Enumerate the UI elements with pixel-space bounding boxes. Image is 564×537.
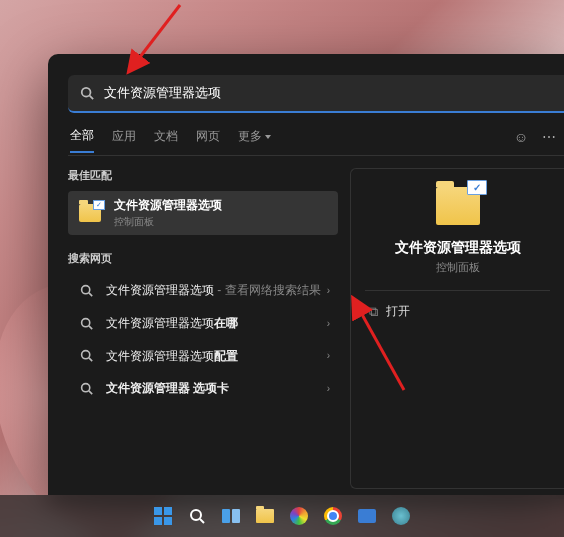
taskbar-app[interactable]	[387, 502, 415, 530]
search-icon	[76, 317, 96, 330]
svg-point-0	[82, 88, 91, 97]
preview-subtitle: 控制面板	[351, 260, 564, 275]
svg-point-4	[81, 318, 89, 326]
chevron-right-icon: ›	[327, 285, 330, 296]
windows-icon	[154, 507, 172, 525]
explorer-button[interactable]	[251, 502, 279, 530]
web-result-main: 文件资源管理器选项	[106, 283, 214, 297]
taskbar-app[interactable]	[353, 502, 381, 530]
search-web-heading: 搜索网页	[68, 251, 338, 266]
svg-rect-18	[222, 509, 230, 523]
filter-tabs: 全部 应用 文档 网页 更多 ☺ ⋯	[68, 125, 564, 156]
open-external-icon: ⧉	[369, 304, 378, 320]
web-result-main: 文件资源管理器选项	[106, 349, 214, 363]
start-button[interactable]	[149, 502, 177, 530]
search-icon	[80, 86, 94, 100]
best-match-result[interactable]: ✓ 文件资源管理器选项 控制面板	[68, 191, 338, 235]
svg-point-6	[81, 351, 89, 359]
folder-options-icon: ✓	[76, 199, 104, 227]
search-icon	[76, 349, 96, 362]
search-button[interactable]	[183, 502, 211, 530]
search-icon	[76, 382, 96, 395]
web-result[interactable]: 文件资源管理器选项配置 ›	[68, 340, 338, 373]
taskview-icon	[222, 509, 240, 523]
tab-docs[interactable]: 文档	[154, 128, 178, 152]
best-match-heading: 最佳匹配	[68, 168, 338, 183]
svg-rect-13	[164, 507, 172, 515]
search-panel: 全部 应用 文档 网页 更多 ☺ ⋯ 最佳匹配 ✓ 文件资源管理器选项 控制面板	[48, 54, 564, 499]
chevron-right-icon: ›	[327, 383, 330, 394]
web-result-suffix: - 查看网络搜索结果	[214, 283, 321, 297]
open-action[interactable]: ⧉ 打开	[369, 303, 564, 320]
chevron-right-icon: ›	[327, 350, 330, 361]
chrome-icon	[324, 507, 342, 525]
svg-line-5	[88, 326, 91, 329]
chevron-right-icon: ›	[327, 318, 330, 329]
svg-rect-14	[154, 517, 162, 525]
divider	[365, 290, 550, 291]
svg-point-2	[81, 286, 89, 294]
svg-line-9	[88, 391, 91, 394]
svg-line-17	[200, 519, 204, 523]
web-result-main: 文件资源管理器选项	[106, 316, 214, 330]
preview-title: 文件资源管理器选项	[351, 239, 564, 257]
svg-point-16	[191, 510, 201, 520]
svg-rect-19	[232, 509, 240, 523]
web-result-main: 文件资源管理器 选项卡	[106, 381, 229, 395]
taskbar	[0, 495, 564, 537]
web-result[interactable]: 文件资源管理器 选项卡 ›	[68, 372, 338, 405]
taskbar-app[interactable]	[285, 502, 313, 530]
svg-line-1	[90, 96, 94, 100]
results-column: 最佳匹配 ✓ 文件资源管理器选项 控制面板 搜索网页 文件资源管理器选项 - 查…	[68, 168, 338, 405]
svg-line-7	[88, 358, 91, 361]
open-label: 打开	[386, 303, 410, 320]
app-icon	[392, 507, 410, 525]
tab-apps[interactable]: 应用	[112, 128, 136, 152]
preview-pane: ✓ 文件资源管理器选项 控制面板 ⧉ 打开	[350, 168, 564, 489]
app-icon	[358, 509, 376, 523]
web-result[interactable]: 文件资源管理器选项 - 查看网络搜索结果 ›	[68, 274, 338, 307]
best-match-subtitle: 控制面板	[114, 215, 330, 229]
web-result-suffix: 配置	[214, 349, 238, 363]
taskview-button[interactable]	[217, 502, 245, 530]
web-result[interactable]: 文件资源管理器选项在哪 ›	[68, 307, 338, 340]
web-result-suffix: 在哪	[214, 316, 238, 330]
svg-line-3	[88, 293, 91, 296]
best-match-title: 文件资源管理器选项	[114, 197, 330, 214]
tab-all[interactable]: 全部	[70, 127, 94, 153]
svg-rect-12	[154, 507, 162, 515]
app-icon	[290, 507, 308, 525]
tab-web[interactable]: 网页	[196, 128, 220, 152]
chat-icon[interactable]: ☺	[514, 129, 528, 145]
more-options-icon[interactable]: ⋯	[542, 129, 556, 145]
svg-rect-15	[164, 517, 172, 525]
svg-point-8	[81, 384, 89, 392]
chrome-button[interactable]	[319, 502, 347, 530]
search-bar[interactable]	[68, 75, 564, 113]
search-icon	[76, 284, 96, 297]
search-input[interactable]	[102, 85, 564, 102]
desktop-background: 全部 应用 文档 网页 更多 ☺ ⋯ 最佳匹配 ✓ 文件资源管理器选项 控制面板	[0, 0, 564, 537]
search-icon	[189, 508, 205, 524]
folder-options-icon: ✓	[436, 187, 480, 225]
folder-icon	[256, 509, 274, 523]
tab-more[interactable]: 更多	[238, 128, 271, 152]
